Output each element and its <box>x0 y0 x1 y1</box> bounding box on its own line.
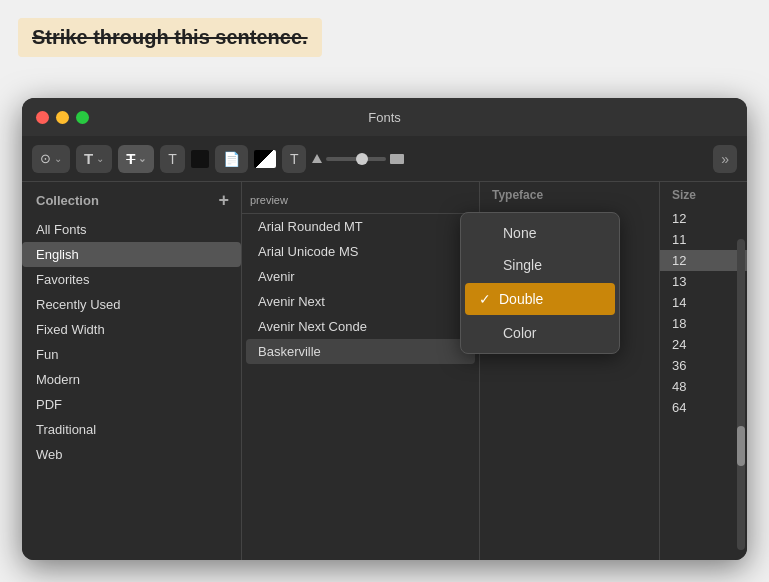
sidebar-item-fun[interactable]: Fun <box>22 342 241 367</box>
size-item-18[interactable]: 18 <box>660 313 747 334</box>
traffic-lights <box>36 111 89 124</box>
sidebar-item-fixed-width[interactable]: Fixed Width <box>22 317 241 342</box>
text-plain-button[interactable]: T <box>160 145 185 173</box>
typeface-header: Typeface <box>480 182 659 208</box>
sidebar-item-english[interactable]: English <box>22 242 241 267</box>
font-item-baskerville[interactable]: Baskerville <box>246 339 475 364</box>
size-item-12[interactable]: 12 <box>660 250 747 271</box>
chevron-down-icon: ⌄ <box>54 153 62 164</box>
font-item-avenir-next-conde[interactable]: Avenir Next Conde <box>246 314 475 339</box>
size-item-13[interactable]: 13 <box>660 271 747 292</box>
size-item-48[interactable]: 48 <box>660 376 747 397</box>
maximize-button[interactable] <box>76 111 89 124</box>
minimize-button[interactable] <box>56 111 69 124</box>
more-button[interactable]: » <box>713 145 737 173</box>
title-bar: Fonts <box>22 98 747 136</box>
triangle-up-icon <box>312 154 322 163</box>
circle-icon: ⊙ <box>40 151 51 166</box>
slider-track[interactable] <box>326 157 386 161</box>
window-title: Fonts <box>368 110 401 125</box>
check-double-icon: ✓ <box>479 291 491 307</box>
dropdown-item-color[interactable]: Color <box>461 317 619 349</box>
text-icon: T <box>84 150 93 167</box>
toolbar: ⊙ ⌄ T ⌄ T ⌄ T 📄 T » <box>22 136 747 182</box>
close-button[interactable] <box>36 111 49 124</box>
text-color-swatch[interactable] <box>191 150 209 168</box>
background-color-swatch[interactable] <box>254 150 276 168</box>
font-item-avenir-next[interactable]: Avenir Next <box>246 289 475 314</box>
size-input-display[interactable]: 12 <box>660 208 747 229</box>
text-style-button[interactable]: T ⌄ <box>76 145 112 173</box>
size-item-64[interactable]: 64 <box>660 397 747 418</box>
add-collection-button[interactable]: + <box>218 190 229 211</box>
font-item-arial-rounded[interactable]: Arial Rounded MT <box>246 214 475 239</box>
text-size-button[interactable]: T <box>282 145 307 173</box>
text-plain-icon: T <box>168 151 177 167</box>
strikethrough-text: Strike through this sentence. <box>32 26 308 48</box>
text-size-icon: T <box>290 151 299 167</box>
font-list: preview Arial Rounded MT Arial Unicode M… <box>242 182 479 560</box>
double-chevron-icon: » <box>721 151 729 167</box>
document-icon-button[interactable]: 📄 <box>215 145 248 173</box>
size-scrollbar-thumb[interactable] <box>737 426 745 466</box>
font-item-avenir[interactable]: Avenir <box>246 264 475 289</box>
sidebar-item-modern[interactable]: Modern <box>22 367 241 392</box>
actions-button[interactable]: ⊙ ⌄ <box>32 145 70 173</box>
sidebar-item-favorites[interactable]: Favorites <box>22 267 241 292</box>
sidebar-item-recently-used[interactable]: Recently Used <box>22 292 241 317</box>
dropdown-item-double[interactable]: ✓ Double <box>465 283 615 315</box>
rect-icon <box>390 154 404 164</box>
collection-label: Collection <box>36 193 99 208</box>
preview-label: preview <box>250 194 288 206</box>
size-list: 11 12 13 14 18 24 <box>660 229 747 560</box>
chevron-down-icon: ⌄ <box>138 153 146 164</box>
size-item-24[interactable]: 24 <box>660 334 747 355</box>
size-item-14[interactable]: 14 <box>660 292 747 313</box>
strikethrough-icon: T <box>126 150 135 167</box>
sidebar-header: Collection + <box>22 182 241 217</box>
slider-thumb[interactable] <box>356 153 368 165</box>
strike-area: Strike through this sentence. <box>18 18 322 57</box>
sidebar-item-web[interactable]: Web <box>22 442 241 467</box>
fonts-window: Fonts ⊙ ⌄ T ⌄ T ⌄ T 📄 T <box>22 98 747 560</box>
sidebar-item-traditional[interactable]: Traditional <box>22 417 241 442</box>
size-header: Size <box>660 182 747 208</box>
dropdown-item-none[interactable]: None <box>461 217 619 249</box>
preview-strip: preview <box>242 186 479 214</box>
sidebar-item-pdf[interactable]: PDF <box>22 392 241 417</box>
main-content: preview Arial Rounded MT Arial Unicode M… <box>242 182 747 560</box>
font-item-arial-unicode[interactable]: Arial Unicode MS <box>246 239 475 264</box>
chevron-down-icon: ⌄ <box>96 153 104 164</box>
doc-icon: 📄 <box>223 151 240 167</box>
window-body: Collection + All Fonts English Favorites… <box>22 182 747 560</box>
strikethrough-button[interactable]: T ⌄ <box>118 145 154 173</box>
size-panel: Size 12 11 12 13 14 18 <box>659 182 747 560</box>
sidebar-item-all-fonts[interactable]: All Fonts <box>22 217 241 242</box>
size-scrollbar[interactable] <box>737 239 745 550</box>
slider-container <box>312 154 404 164</box>
size-item-36[interactable]: 36 <box>660 355 747 376</box>
size-item-11[interactable]: 11 <box>660 229 747 250</box>
dropdown-item-single[interactable]: Single <box>461 249 619 281</box>
sidebar: Collection + All Fonts English Favorites… <box>22 182 242 560</box>
strikethrough-dropdown: None Single ✓ Double Color <box>460 212 620 354</box>
